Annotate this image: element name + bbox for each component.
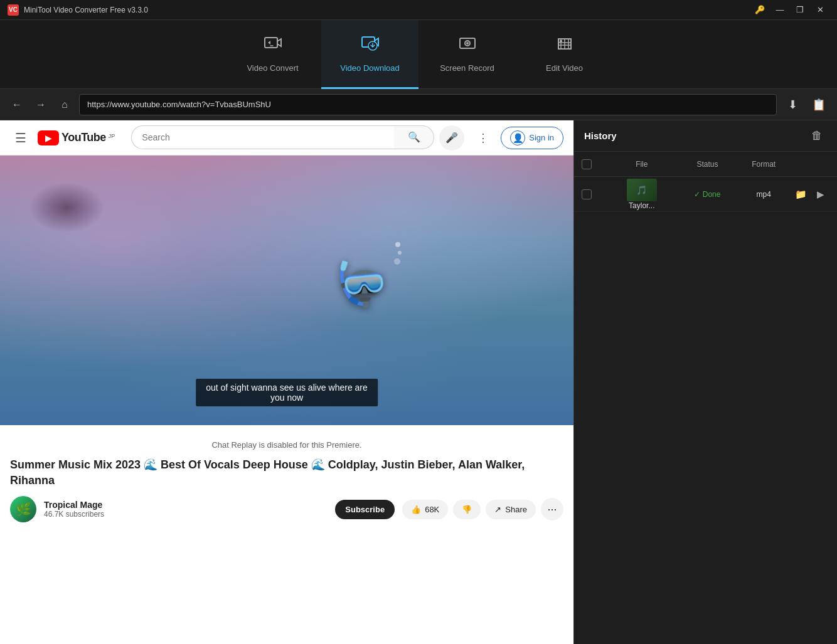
url-input[interactable]: [79, 94, 777, 115]
file-format: mp4: [735, 190, 792, 199]
user-icon: 👤: [510, 130, 525, 145]
clipboard-button[interactable]: 📋: [808, 94, 829, 115]
channel-row: 🌿 Tropical Mage 46.7K subscribers Subscr…: [10, 496, 563, 522]
history-table-header: File Status Format: [574, 152, 837, 177]
youtube-video-player[interactable]: 🤿 out of sight wanna see us alive where …: [0, 156, 573, 425]
share-button[interactable]: ↗ Share: [486, 500, 536, 519]
forward-button[interactable]: →: [31, 95, 50, 114]
row-actions: 📁 ▶: [792, 186, 829, 203]
select-all-checkbox[interactable]: [582, 159, 592, 169]
youtube-search-button[interactable]: 🔍: [394, 125, 434, 149]
header-status-col: Status: [680, 160, 736, 169]
header-checkbox-col: [582, 159, 604, 170]
tab-video-download-label: Video Download: [340, 63, 399, 73]
window-controls: 🔑 — ❐ ✕: [750, 3, 829, 17]
history-header: History 🗑: [574, 120, 837, 152]
row-checkbox[interactable]: [582, 189, 592, 199]
video-more-button[interactable]: ···: [541, 498, 563, 520]
app-title: MiniTool Video Converter Free v3.3.0: [24, 6, 750, 14]
like-button[interactable]: 👍 68K: [402, 500, 448, 519]
header-file-col: File: [604, 160, 680, 169]
channel-info: Tropical Mage 46.7K subscribers: [44, 500, 328, 519]
video-scene-overlay: 🤿 out of sight wanna see us alive where …: [0, 156, 573, 425]
subscribe-button[interactable]: Subscribe: [335, 500, 395, 519]
close-button[interactable]: ✕: [811, 3, 829, 17]
tab-video-convert[interactable]: Video Convert: [224, 20, 321, 89]
tab-edit-video[interactable]: Edit Video: [516, 20, 613, 89]
chat-notice: Chat Replay is disabled for this Premier…: [10, 433, 563, 457]
channel-avatar-emoji: 🌿: [16, 502, 31, 517]
rock-left: [29, 182, 104, 233]
video-background: 🤿 out of sight wanna see us alive where …: [0, 156, 573, 425]
dislike-button[interactable]: 👎: [453, 500, 481, 519]
key-button[interactable]: 🔑: [750, 3, 769, 17]
video-convert-icon: [263, 34, 283, 57]
video-subtitle: out of sight wanna see us alive where ar…: [196, 379, 378, 406]
search-icon: 🔍: [408, 131, 420, 143]
video-title: Summer Music Mix 2023 🌊 Best Of Vocals D…: [10, 457, 563, 488]
row-checkbox-col: [582, 189, 604, 200]
youtube-logo-text: YouTube: [61, 131, 106, 144]
minimize-button[interactable]: —: [770, 3, 789, 17]
dislike-icon: 👎: [462, 505, 472, 514]
header-format-col: Format: [735, 160, 792, 169]
restore-button[interactable]: ❐: [791, 3, 809, 17]
edit-video-icon: [555, 34, 575, 57]
channel-subscribers: 46.7K subscribers: [44, 510, 328, 519]
title-bar: VC MiniTool Video Converter Free v3.3.0 …: [0, 0, 837, 20]
browser-bar: ← → ⌂ ⬇ 📋: [0, 89, 837, 120]
mic-icon: 🎤: [445, 132, 458, 144]
youtube-signin-button[interactable]: 👤 Sign in: [501, 127, 563, 149]
app-logo: VC: [8, 4, 19, 16]
youtube-search-container: 🔍 🎤: [131, 125, 464, 150]
back-button[interactable]: ←: [8, 95, 26, 114]
file-thumbnail: 🎵: [627, 179, 657, 201]
like-icon: 👍: [411, 505, 421, 514]
youtube-header-right: ⋮ 👤 Sign in: [471, 125, 563, 150]
tab-edit-video-label: Edit Video: [546, 63, 583, 73]
youtube-search-input[interactable]: [131, 125, 394, 149]
channel-avatar: 🌿: [10, 496, 36, 522]
screen-record-icon: [457, 34, 477, 57]
youtube-below-video: Chat Replay is disabled for this Premier…: [0, 425, 573, 530]
youtube-mic-button[interactable]: 🎤: [439, 125, 464, 150]
download-button[interactable]: ⬇: [782, 94, 803, 115]
youtube-menu-button[interactable]: ☰: [10, 125, 31, 150]
youtube-logo[interactable]: ▶ YouTube JP: [38, 130, 115, 145]
share-icon: ↗: [494, 505, 501, 514]
tab-screen-record-label: Screen Record: [440, 63, 494, 73]
youtube-more-button[interactable]: ⋮: [471, 125, 496, 150]
tab-screen-record[interactable]: Screen Record: [418, 20, 516, 89]
file-name: Taylor...: [629, 201, 654, 210]
file-info: 🎵 Taylor...: [604, 179, 680, 210]
channel-name: Tropical Mage: [44, 500, 328, 510]
nav-tabs: Video Convert Video Download Screen Reco…: [0, 20, 837, 89]
bubbles: [395, 242, 402, 265]
signin-label: Sign in: [529, 133, 554, 142]
youtube-country-code: JP: [109, 133, 115, 139]
share-label: Share: [505, 505, 527, 514]
youtube-header: ☰ ▶ YouTube JP 🔍 🎤 ⋮ 👤 Sign in: [0, 120, 573, 156]
home-button[interactable]: ⌂: [55, 95, 74, 114]
file-status: ✓ Done: [680, 190, 736, 199]
youtube-logo-icon: ▶: [38, 130, 59, 145]
browser-content: ☰ ▶ YouTube JP 🔍 🎤 ⋮ 👤 Sign in: [0, 120, 573, 644]
video-download-icon: [360, 34, 380, 57]
svg-point-5: [466, 42, 469, 45]
open-folder-button[interactable]: 📁: [792, 186, 809, 203]
diver-figure: 🤿: [333, 256, 392, 312]
tab-video-download[interactable]: Video Download: [321, 20, 418, 89]
like-count: 68K: [425, 505, 439, 514]
history-panel: History 🗑 File Status Format 🎵 Taylor...: [573, 120, 837, 644]
svg-rect-6: [560, 40, 562, 42]
tab-video-convert-label: Video Convert: [247, 63, 298, 73]
video-action-buttons: 👍 68K 👎 ↗ Share ···: [402, 498, 563, 520]
history-title: History: [584, 130, 617, 141]
play-button[interactable]: ▶: [812, 186, 829, 203]
main-content: ☰ ▶ YouTube JP 🔍 🎤 ⋮ 👤 Sign in: [0, 120, 837, 644]
table-row: 🎵 Taylor... ✓ Done mp4 📁 ▶: [574, 177, 837, 212]
history-delete-button[interactable]: 🗑: [807, 126, 827, 146]
